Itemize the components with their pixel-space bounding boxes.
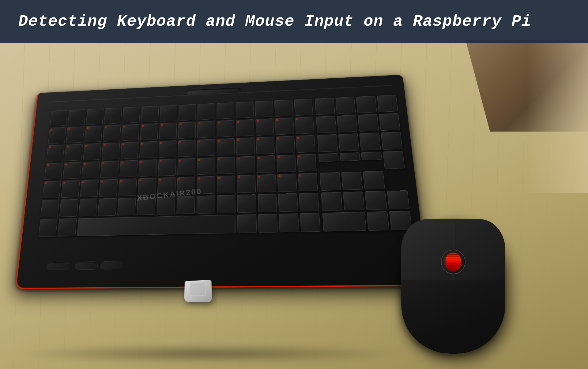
key <box>257 174 276 192</box>
keyboard-keys-area <box>39 99 321 237</box>
key <box>197 196 215 214</box>
key <box>255 118 274 136</box>
key <box>274 100 293 117</box>
key <box>159 122 177 139</box>
key <box>117 198 136 216</box>
key <box>275 117 294 135</box>
key <box>217 176 235 194</box>
numpad-key <box>361 151 382 160</box>
keyboard-top-ridge <box>187 88 241 95</box>
page-container: XBOCKAIR200 <box>0 0 588 369</box>
key <box>118 179 137 196</box>
key <box>85 126 103 142</box>
key <box>66 126 84 143</box>
key <box>179 104 196 121</box>
key <box>68 109 85 125</box>
key <box>237 214 257 233</box>
key <box>102 143 120 159</box>
numpad-key <box>316 116 336 133</box>
keyboard-power-indicator <box>46 262 70 270</box>
numpad-key <box>358 114 379 132</box>
key <box>297 154 317 172</box>
mouse-body <box>401 219 505 354</box>
key <box>43 181 61 198</box>
key <box>100 161 119 178</box>
key <box>176 196 195 214</box>
window-light <box>527 40 588 193</box>
key <box>298 173 318 192</box>
key <box>139 159 157 177</box>
key <box>237 175 256 193</box>
numpad-key <box>317 134 338 152</box>
key <box>276 136 295 153</box>
key <box>256 136 275 154</box>
key <box>61 181 80 198</box>
mouse <box>395 207 511 354</box>
key <box>295 117 314 134</box>
key <box>139 141 157 158</box>
key <box>237 194 256 213</box>
key <box>98 198 116 216</box>
key <box>256 155 275 173</box>
key <box>236 156 255 174</box>
page-title: Detecting Keyboard and Mouse Input on a … <box>18 13 531 31</box>
key <box>99 179 118 197</box>
key <box>140 123 158 140</box>
mouse-scroll-area <box>441 250 466 274</box>
key <box>217 157 235 174</box>
numpad-key <box>321 192 342 211</box>
key <box>197 157 215 175</box>
key <box>80 180 99 197</box>
key <box>198 103 215 120</box>
usb-dongle <box>184 280 212 302</box>
photo-background: XBOCKAIR200 <box>0 0 588 369</box>
numpad-key <box>343 192 364 210</box>
key <box>48 127 66 144</box>
numpad-key <box>341 172 363 190</box>
key <box>122 124 139 141</box>
key <box>86 108 104 125</box>
key <box>277 155 296 172</box>
numpad-row <box>316 113 400 133</box>
numpad-row <box>315 95 398 115</box>
key <box>236 102 254 118</box>
key <box>217 102 234 119</box>
key <box>78 199 97 216</box>
numpad-row <box>320 170 407 191</box>
mouse-scroll-wheel <box>446 253 461 271</box>
key <box>44 163 63 180</box>
key <box>50 110 68 126</box>
key <box>46 145 65 162</box>
key <box>119 160 138 177</box>
numpad-key <box>381 132 402 150</box>
key <box>63 162 81 179</box>
numpad-key <box>318 153 339 162</box>
key <box>299 193 319 211</box>
numpad-key <box>365 191 387 210</box>
key <box>59 199 78 217</box>
numpad-row <box>318 151 405 171</box>
key <box>217 195 236 213</box>
key <box>258 194 277 212</box>
key <box>300 213 320 232</box>
key <box>278 193 298 212</box>
key <box>40 200 59 218</box>
keyboard-caps-indicator <box>75 261 98 270</box>
key <box>39 219 58 237</box>
keyboard: XBOCKAIR200 <box>15 75 429 289</box>
key-row-7 <box>39 213 321 237</box>
key <box>65 144 83 161</box>
numpad-key <box>322 212 366 232</box>
key <box>104 108 122 124</box>
numpad-key <box>363 171 385 190</box>
key <box>159 140 177 158</box>
key <box>236 137 254 155</box>
key <box>236 119 254 136</box>
key <box>178 140 195 157</box>
key <box>103 125 121 141</box>
key <box>160 105 177 121</box>
numpad-key <box>356 96 377 113</box>
key <box>83 143 101 160</box>
numpad-key <box>383 151 405 169</box>
keyboard-indicator-row <box>46 255 361 273</box>
